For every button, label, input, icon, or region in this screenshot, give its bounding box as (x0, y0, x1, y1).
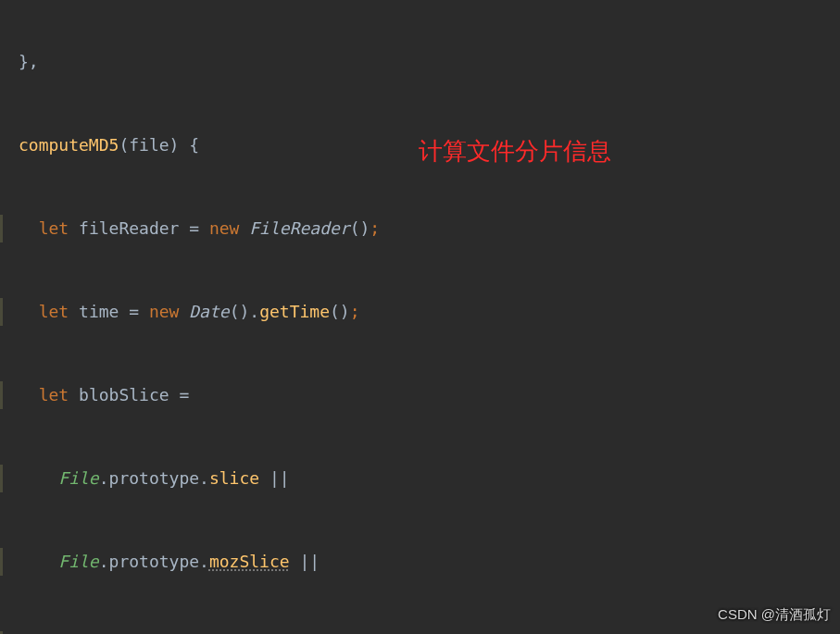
param: file (129, 135, 169, 155)
text: }, (19, 52, 39, 71)
text: ( (119, 135, 129, 155)
code-line: let time = new Date().getTime(); (19, 298, 840, 326)
text: .prototype. (99, 552, 209, 571)
code-line: File.prototype.slice || (19, 465, 840, 492)
method: mozSlice (209, 552, 290, 571)
text: ) { (169, 135, 200, 155)
op: || (259, 468, 290, 488)
class-name: File (58, 468, 98, 488)
semi: ; (370, 218, 380, 238)
code-line: }, (19, 48, 840, 76)
text: time = (69, 302, 149, 321)
code-line: let blobSlice = (19, 381, 840, 409)
op: || (290, 552, 320, 571)
text: .prototype. (99, 468, 209, 488)
text: fileReader = (69, 218, 209, 238)
text: blobSlice = (69, 385, 189, 404)
method: getTime (259, 302, 330, 321)
code-block: }, computeMD5(file) { let fileReader = n… (0, 0, 840, 634)
keyword: new (209, 218, 240, 238)
class-name: Date (189, 302, 229, 321)
text: (). (230, 302, 260, 321)
keyword: let (39, 385, 69, 404)
text: () (350, 218, 370, 238)
code-line: let fileReader = new FileReader(); (19, 215, 840, 242)
code-line: File.prototype.mozSlice || (19, 548, 840, 576)
method: slice (209, 468, 259, 488)
keyword: new (149, 302, 180, 321)
text: () (330, 302, 350, 321)
keyword: let (39, 302, 69, 321)
class-name: File (58, 552, 98, 571)
watermark: CSDN @清酒孤灯 (718, 601, 831, 628)
keyword: let (39, 218, 69, 238)
class-name: FileReader (249, 218, 349, 238)
semi: ; (350, 302, 360, 321)
method-name: computeMD5 (19, 135, 119, 155)
annotation-label: 计算文件分片信息 (419, 137, 611, 165)
